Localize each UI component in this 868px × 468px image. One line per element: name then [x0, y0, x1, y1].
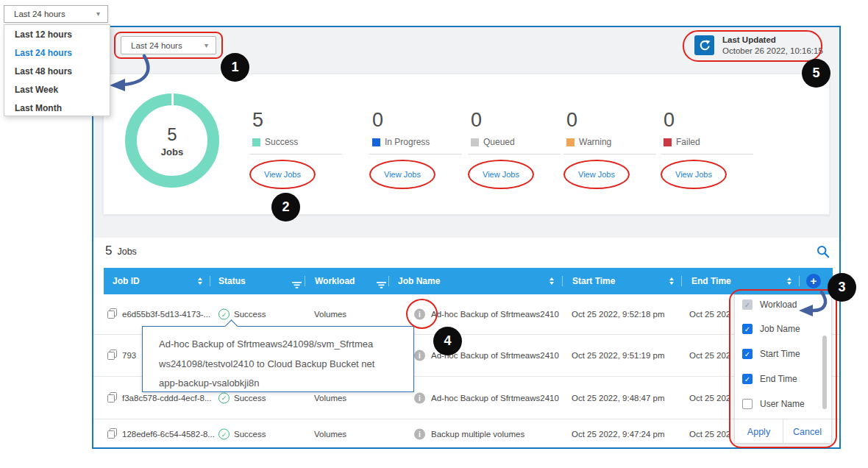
- divider: [681, 276, 682, 286]
- status-block-warning: 0 Warning View Jobs: [562, 109, 672, 189]
- divider: [210, 276, 210, 286]
- annotation-ellipse: View Jobs: [369, 160, 435, 189]
- info-icon[interactable]: i: [414, 350, 425, 361]
- copy-icon[interactable]: [107, 392, 117, 404]
- callout-badge-4: 4: [433, 327, 462, 355]
- job-name: Backup multiple volumes: [431, 430, 524, 439]
- checkbox-checked[interactable]: ✓: [742, 374, 753, 384]
- success-check-icon: ✓: [218, 309, 230, 320]
- divider: [388, 276, 389, 286]
- annotation-ellipse: View Jobs: [661, 160, 727, 189]
- sort-icon[interactable]: [787, 277, 791, 285]
- jobs-count: 5: [105, 244, 112, 258]
- menu-item-last-week[interactable]: Last Week: [4, 80, 110, 99]
- annotation-ellipse: View Jobs: [468, 160, 534, 189]
- filter-icon[interactable]: [377, 278, 386, 291]
- view-jobs-link[interactable]: View Jobs: [483, 170, 519, 179]
- chooser-item-job-name[interactable]: ✓ Job Name: [742, 324, 800, 334]
- failed-swatch-icon: [664, 138, 672, 146]
- sort-icon[interactable]: [198, 277, 202, 285]
- info-icon[interactable]: i: [414, 392, 425, 403]
- column-header-job-name[interactable]: Job Name: [398, 268, 440, 294]
- divider: [563, 154, 656, 155]
- filter-icon[interactable]: [292, 278, 302, 291]
- chooser-item-label: Start Time: [760, 349, 800, 359]
- refresh-icon: [699, 40, 711, 52]
- time-range-value: Last 24 hours: [131, 41, 182, 50]
- job-start-time: Oct 25 2022, 9:52:18 pm: [572, 310, 665, 319]
- annotation-ellipse: View Jobs: [563, 160, 630, 189]
- refresh-button[interactable]: [694, 35, 714, 55]
- status-block-failed: 0 Failed View Jobs: [659, 109, 769, 189]
- job-status: Success: [234, 394, 266, 403]
- donut-count: 5: [167, 124, 177, 145]
- chooser-item-start-time[interactable]: ✓ Start Time: [742, 349, 800, 359]
- view-jobs-link[interactable]: View Jobs: [675, 170, 712, 179]
- table-row[interactable]: 128edef6-6c54-4582-8... ✓ Success Volume…: [93, 419, 839, 449]
- divider: [305, 276, 305, 286]
- callout-badge-2: 2: [271, 193, 300, 221]
- success-swatch-icon: [252, 138, 260, 146]
- checkbox-checked[interactable]: ✓: [742, 349, 753, 359]
- column-header-job-id[interactable]: Job ID: [113, 268, 140, 294]
- job-id: f3a8c578-cddd-4ecf-8...: [122, 394, 211, 403]
- chooser-item-user-name[interactable]: User Name: [742, 399, 805, 409]
- time-range-menu: Last 12 hours Last 24 hours Last 48 hour…: [4, 24, 110, 116]
- time-range-select[interactable]: Last 24 hours ▾: [121, 36, 216, 54]
- status-label: In Progress: [385, 137, 430, 147]
- sort-icon[interactable]: [669, 277, 674, 285]
- divider: [468, 154, 561, 155]
- chooser-item-label: End Time: [760, 374, 797, 384]
- column-header-end-time[interactable]: End Time: [691, 268, 731, 294]
- job-start-time: Oct 25 2022, 9:51:19 pm: [572, 351, 665, 360]
- chooser-item-label: Job Name: [760, 324, 800, 334]
- jobs-table-heading: 5 Jobs: [105, 244, 137, 258]
- info-icon[interactable]: i: [414, 309, 425, 320]
- column-header-status[interactable]: Status: [218, 268, 246, 294]
- menu-item-last-month[interactable]: Last Month: [4, 99, 110, 117]
- callout-badge-3: 3: [828, 273, 856, 302]
- job-workload: Volumes: [314, 430, 346, 439]
- info-icon[interactable]: i: [414, 429, 425, 440]
- job-workload: Volumes: [314, 310, 346, 319]
- view-jobs-link[interactable]: View Jobs: [578, 170, 615, 179]
- chooser-footer: Apply Cancel: [735, 419, 831, 444]
- job-id: 793: [122, 351, 136, 360]
- job-name: Ad-hoc Backup of Sfrtmeaws2410: [431, 310, 559, 319]
- add-column-button[interactable]: +: [806, 274, 821, 288]
- copy-icon[interactable]: [107, 308, 117, 320]
- sort-icon[interactable]: [549, 277, 554, 285]
- annotation-ellipse: View Jobs: [249, 160, 316, 189]
- menu-item-last-24-hours[interactable]: Last 24 hours: [4, 43, 110, 62]
- status-label: Queued: [483, 137, 515, 147]
- checkbox-checked[interactable]: ✓: [742, 324, 753, 334]
- success-check-icon: ✓: [218, 392, 230, 403]
- chooser-item-label: Workload: [760, 299, 797, 310]
- job-id: e6d55b3f-5d13-4173-...: [122, 310, 210, 319]
- chooser-item-end-time[interactable]: ✓ End Time: [742, 374, 797, 384]
- chevron-down-icon: ▾: [204, 42, 208, 49]
- cancel-button[interactable]: Cancel: [783, 419, 831, 444]
- copy-icon[interactable]: [107, 350, 117, 361]
- apply-button[interactable]: Apply: [735, 419, 783, 444]
- view-jobs-link[interactable]: View Jobs: [264, 170, 301, 179]
- column-header-workload[interactable]: Workload: [315, 268, 355, 294]
- job-end-time: Oct 25 202: [689, 351, 730, 360]
- column-header-start-time[interactable]: Start Time: [572, 268, 615, 294]
- view-jobs-link[interactable]: View Jobs: [384, 170, 421, 179]
- queued-swatch-icon: [471, 138, 479, 146]
- search-icon[interactable]: [817, 245, 830, 261]
- job-name: Ad-hoc Backup of Sfrtmeaws2410: [431, 394, 559, 403]
- copy-icon[interactable]: [107, 428, 117, 440]
- last-updated-label: Last Updated: [722, 35, 823, 46]
- menu-item-last-12-hours[interactable]: Last 12 hours: [4, 25, 110, 43]
- scrollbar[interactable]: [822, 336, 827, 409]
- divider: [369, 154, 462, 155]
- menu-item-last-48-hours[interactable]: Last 48 hours: [4, 62, 110, 80]
- job-end-time: Oct 25 202: [689, 310, 730, 319]
- checkbox-unchecked[interactable]: [742, 399, 753, 409]
- status-block-queued: 0 Queued View Jobs: [466, 109, 577, 189]
- column-chooser-dropdown: ✓ Workload ✓ Job Name ✓ Start Time ✓ End…: [734, 294, 832, 444]
- checkbox-checked-disabled: ✓: [742, 299, 753, 310]
- time-range-select-overlay[interactable]: Last 24 hours ▾: [4, 5, 108, 23]
